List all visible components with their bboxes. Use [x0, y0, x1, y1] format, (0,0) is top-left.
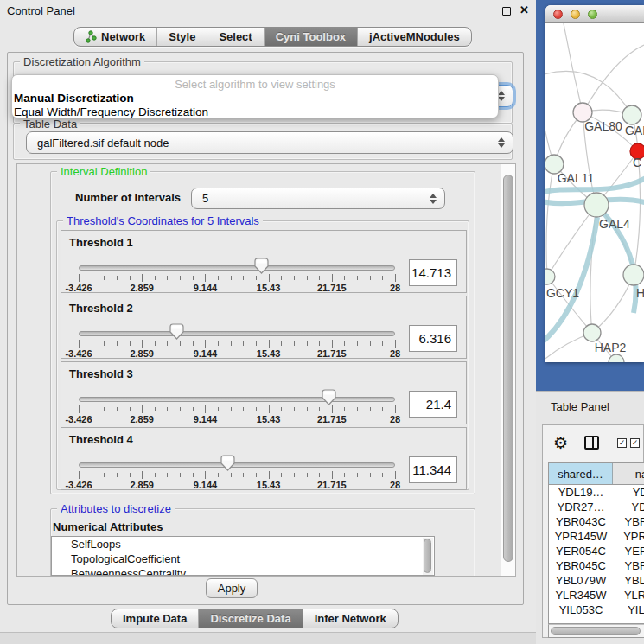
table-data-combobox[interactable]: galFiltered.sif default node [26, 131, 513, 154]
slider-tick-labels: -3.4262.8599.14415.4321.71528 [79, 414, 395, 424]
threshold-label: Threshold 2 [69, 302, 133, 315]
slider-thumb[interactable] [220, 455, 235, 472]
table-row[interactable]: YER054CYER054C [549, 544, 644, 558]
attribute-list-item[interactable]: BetweennessCentrality [52, 566, 434, 576]
table-row[interactable]: YPR145WYPR145W [549, 529, 644, 544]
vertical-scrollbar[interactable] [501, 164, 515, 576]
numerical-attributes-label: Numerical Attributes [53, 520, 163, 533]
network-window-chrome: GAL80GALCGAL11GAL4GCY1HHAP2 [536, 0, 644, 391]
tick-label: 9.144 [177, 348, 233, 359]
tab-network[interactable]: Network [74, 28, 157, 46]
group-title: Interval Definition [57, 165, 150, 178]
popup-item[interactable]: Equal Width/Frequency Discretization [12, 105, 498, 119]
table-row[interactable]: YDR27…YDR27 [549, 500, 644, 514]
table-row[interactable]: YBR045CYBR045C [549, 558, 644, 573]
tab-label: Infer Network [315, 612, 386, 625]
table-row[interactable]: YIL053CYIL053C [549, 603, 644, 617]
threshold-value-input[interactable]: 21.4 [409, 391, 457, 418]
network-node-label: GAL4 [599, 217, 630, 231]
tick-label: 9.144 [177, 283, 233, 293]
table-cell: YDL19… [549, 485, 613, 500]
checkbox-icon[interactable]: ✓ [630, 438, 640, 448]
threshold-value-input[interactable]: 14.713 [409, 259, 457, 286]
settings-scroll-panel: Interval Definition Number of Intervals … [16, 163, 516, 577]
tick-label: 9.144 [177, 414, 233, 424]
thresholds-group: Threshold's Coordinates for 5 Intervals … [56, 220, 469, 490]
network-node-label: GAL11 [558, 171, 595, 185]
close-icon[interactable]: ✕ [520, 3, 529, 16]
slider-track[interactable] [79, 331, 395, 336]
table-panel-title: Table Panel [551, 400, 609, 413]
slider-track[interactable] [79, 265, 395, 271]
table-column-header[interactable]: shared… [549, 463, 613, 484]
tick-label: 15.43 [241, 414, 296, 424]
table-cell: YLR345W [613, 588, 644, 603]
list-scrollbar[interactable] [423, 538, 433, 576]
tab-cyni-toolbox[interactable]: Cyni Toolbox [265, 28, 358, 46]
tab-jactivemnodules[interactable]: jActiveMNodules [358, 28, 471, 46]
mac-minimize-icon[interactable] [571, 10, 580, 19]
node-table[interactable]: shared…name YDL19…YDL19YDR27…YDR27YBR043… [548, 462, 644, 624]
network-node[interactable] [545, 269, 555, 284]
threshold-value-input[interactable]: 11.344 [409, 456, 457, 483]
num-intervals-combobox[interactable]: 5 [191, 188, 445, 209]
network-node-label: GAL80 [584, 119, 622, 133]
apply-button[interactable]: Apply [206, 578, 258, 598]
network-node[interactable] [623, 265, 644, 285]
table-cell: YBR043C [549, 514, 613, 529]
tab-select[interactable]: Select [207, 28, 264, 46]
table-column-header[interactable]: name [613, 463, 644, 484]
table-data-value: galFiltered.sif default node [37, 137, 169, 150]
slider-track[interactable] [79, 462, 395, 468]
bottom-tab-infer-network[interactable]: Infer Network [303, 609, 398, 628]
scrollbar-thumb[interactable] [551, 627, 641, 635]
float-window-icon[interactable] [502, 7, 511, 16]
attribute-list-item[interactable]: SelfLoops [52, 537, 434, 552]
table-row[interactable]: YDL19…YDL19 [549, 485, 644, 500]
tick-label: 2.859 [114, 283, 169, 293]
tick-label: 2.859 [114, 414, 169, 424]
attribute-list-item[interactable]: TopologicalCoefficient [52, 552, 434, 566]
tab-bar: NetworkStyleSelectCyni ToolboxjActiveMNo… [73, 27, 472, 47]
network-node[interactable] [622, 105, 641, 124]
mac-zoom-icon[interactable] [588, 10, 597, 19]
bottom-tab-impute-data[interactable]: Impute Data [112, 609, 199, 628]
threshold-panel: Threshold 3-3.4262.8599.14415.4321.71528… [61, 361, 467, 424]
threshold-value-input[interactable]: 6.316 [409, 325, 457, 352]
mac-close-icon[interactable] [553, 10, 563, 19]
horizontal-scrollbar[interactable] [548, 624, 644, 638]
combo-spinner-icon [498, 91, 505, 101]
slider-thumb[interactable] [322, 389, 336, 406]
network-node[interactable] [583, 324, 601, 341]
slider-thumb[interactable] [254, 258, 269, 275]
scrollbar-thumb[interactable] [424, 539, 431, 573]
table-row[interactable]: YLR345WYLR345W [549, 588, 644, 603]
network-node[interactable] [584, 193, 609, 217]
columns-icon[interactable] [584, 436, 599, 450]
bottom-tab-discretize-data[interactable]: Discretize Data [199, 609, 303, 628]
gear-icon[interactable]: ⚙ [553, 433, 568, 452]
network-node-label: C [633, 156, 641, 169]
table-cell: YBR043C [613, 514, 644, 529]
table-cell: YBR045C [613, 558, 644, 573]
popup-item[interactable]: Manual Discretization [12, 92, 498, 105]
scrollbar-thumb[interactable] [503, 175, 513, 562]
tab-style[interactable]: Style [157, 28, 207, 46]
network-canvas[interactable]: GAL80GALCGAL11GAL4GCY1HHAP2 [545, 23, 644, 362]
slider-thumb[interactable] [169, 323, 184, 341]
network-window: GAL80GALCGAL11GAL4GCY1HHAP2 [545, 5, 644, 362]
table-row[interactable]: YBL079WYBL079W [549, 573, 644, 588]
checkbox-icon[interactable]: ✓ [617, 438, 627, 448]
slider-track[interactable] [79, 397, 395, 402]
table-cell: YPR145W [613, 529, 644, 544]
tab-label: Discretize Data [210, 612, 290, 625]
tick-label: -3.426 [51, 348, 106, 359]
table-row[interactable]: YBR043CYBR043C [549, 514, 644, 529]
tick-label: -3.426 [51, 283, 106, 293]
table-toolbar: ⚙ ✓ ✓ [543, 425, 643, 462]
tick-label: 15.43 [241, 348, 296, 359]
bottom-tab-bar: Impute DataDiscretize DataInfer Network [111, 609, 399, 628]
table-data-group: Table Data galFiltered.sif default node [13, 124, 513, 160]
numerical-attributes-list[interactable]: SelfLoopsTopologicalCoefficientBetweenne… [51, 536, 435, 576]
table-cell: YDL19 [613, 485, 644, 500]
